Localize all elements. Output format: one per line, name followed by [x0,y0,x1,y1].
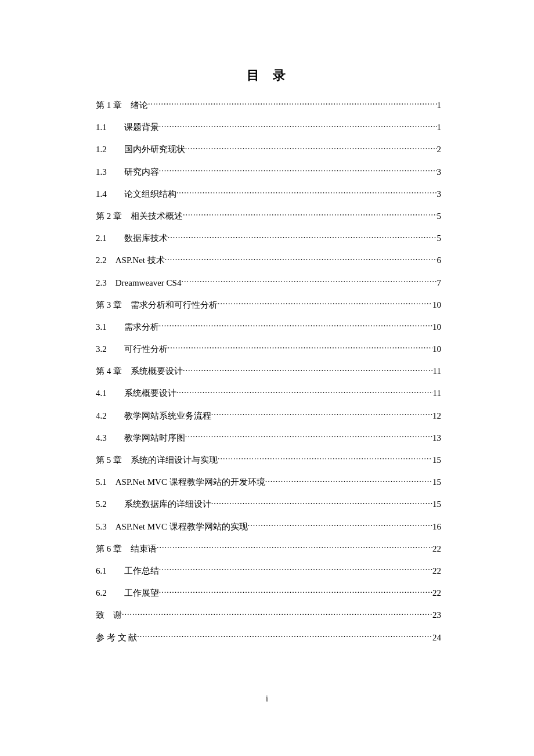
toc-label: 4.3 教学网站时序图 [96,432,185,444]
toc-label: 3.2 可行性分析 [96,343,168,355]
toc-label: 6.2 工作展望 [96,587,159,599]
toc-leader-dots [159,166,437,175]
toc-page-number: 3 [437,188,442,200]
toc-page-number: 3 [437,166,442,178]
toc-entry: 1.4 论文组织结构 3 [96,188,441,200]
toc-entry: 致 谢23 [96,609,441,621]
toc-label: 3.1 需求分析 [96,321,159,333]
toc-leader-dots [211,498,432,507]
toc-label: 1.3 研究内容 [96,166,159,178]
toc-leader-dots [265,476,432,485]
toc-entry: 第 6 章 结束语 22 [96,543,441,555]
toc-label: 6.1 工作总结 [96,565,159,577]
toc-entry: 3.1 需求分析 10 [96,321,441,333]
document-page: 目 录 第 1 章 绪论 11.1 课题背景 11.2 国内外研究现状 21.3… [0,0,534,644]
toc-entry: 第 2 章 相关技术概述 5 [96,210,441,222]
toc-leader-dots [181,277,436,286]
toc-page-number: 7 [437,277,442,289]
toc-label: 参 考 文 献 [96,632,137,644]
toc-page-number: 5 [437,210,442,222]
toc-leader-dots [165,254,437,263]
toc-leader-dots [159,321,432,330]
toc-entry: 5.3 ASP.Net MVC 课程教学网站的实现 16 [96,521,441,533]
toc-label: 致 谢 [96,609,122,621]
toc-leader-dots [159,121,437,130]
toc-label: 第 2 章 相关技术概述 [96,210,183,222]
toc-label: 第 4 章 系统概要设计 [96,365,183,377]
toc-page-number: 10 [432,321,441,333]
toc-page-number: 15 [432,454,441,466]
toc-entry: 2.3 Dreamweaver CS4 7 [96,277,441,289]
toc-entry: 4.1 系统概要设计 11 [96,387,441,399]
toc-entry: 4.2 教学网站系统业务流程 12 [96,410,441,422]
toc-label: 4.2 教学网站系统业务流程 [96,410,211,422]
toc-label: 第 5 章 系统的详细设计与实现 [96,454,218,466]
toc-leader-dots [168,232,437,241]
toc-leader-dots [183,365,433,374]
toc-leader-dots [168,343,432,352]
toc-page-number: 10 [432,299,441,311]
toc-label: 1.2 国内外研究现状 [96,143,185,156]
toc-entry: 第 1 章 绪论 1 [96,99,441,111]
toc-label: 4.1 系统概要设计 [96,387,176,399]
toc-page-number: 11 [433,387,441,399]
toc-label: 2.1 数据库技术 [96,232,168,244]
toc-leader-dots [159,565,432,574]
toc-page-number: 2 [437,143,442,156]
toc-label: 2.2 ASP.Net 技术 [96,254,165,267]
toc-page-number: 1 [437,99,442,111]
page-title: 目 录 [96,67,441,84]
toc-entry: 1.2 国内外研究现状 2 [96,143,441,156]
toc-page-number: 10 [432,343,441,355]
toc-page-number: 13 [432,432,441,444]
toc-page-number: 16 [432,521,441,533]
toc-label: 5.3 ASP.Net MVC 课程教学网站的实现 [96,521,248,533]
toc-leader-dots [248,521,432,530]
toc-page-number: 1 [437,121,442,134]
toc-entry: 1.1 课题背景 1 [96,121,441,134]
toc-entry: 第 4 章 系统概要设计 11 [96,365,441,377]
toc-entry: 参 考 文 献24 [96,632,441,644]
toc-label: 1.1 课题背景 [96,121,159,134]
toc-leader-dots [159,587,432,596]
toc-leader-dots [185,432,432,441]
toc-label: 1.4 论文组织结构 [96,188,176,200]
toc-leader-dots [211,410,432,419]
toc-entry: 3.2 可行性分析 10 [96,343,441,355]
toc-leader-dots [176,188,437,197]
toc-entry: 第 3 章 需求分析和可行性分析 10 [96,299,441,311]
toc-page-number: 22 [432,543,441,555]
toc-leader-dots [137,632,432,640]
toc-page-number: 23 [432,609,441,621]
toc-label: 2.3 Dreamweaver CS4 [96,277,181,289]
toc-page-number: 11 [433,365,441,377]
page-number: i [0,694,534,704]
toc-label: 第 3 章 需求分析和可行性分析 [96,299,218,311]
toc-leader-dots [122,609,432,618]
toc-leader-dots [218,299,432,308]
toc-label: 第 6 章 结束语 [96,543,157,555]
toc-page-number: 15 [432,476,441,488]
toc-page-number: 5 [437,232,442,244]
toc-leader-dots [148,99,437,108]
toc-entry: 6.2 工作展望 22 [96,587,441,599]
toc-leader-dots [183,210,437,219]
toc-page-number: 15 [432,498,441,510]
toc-entry: 4.3 教学网站时序图 13 [96,432,441,444]
table-of-contents: 第 1 章 绪论 11.1 课题背景 11.2 国内外研究现状 21.3 研究内… [96,99,441,644]
toc-entry: 5.1 ASP.Net MVC 课程教学网站的开发环境 15 [96,476,441,488]
toc-entry: 5.2 系统数据库的详细设计 15 [96,498,441,510]
toc-page-number: 6 [437,254,442,267]
toc-leader-dots [218,454,432,463]
toc-label: 第 1 章 绪论 [96,99,148,111]
toc-page-number: 12 [432,410,441,422]
toc-page-number: 22 [432,565,441,577]
toc-entry: 2.2 ASP.Net 技术 6 [96,254,441,267]
toc-entry: 2.1 数据库技术 5 [96,232,441,244]
toc-entry: 第 5 章 系统的详细设计与实现 15 [96,454,441,466]
toc-leader-dots [185,143,437,152]
toc-label: 5.1 ASP.Net MVC 课程教学网站的开发环境 [96,476,265,488]
toc-entry: 1.3 研究内容 3 [96,166,441,178]
toc-leader-dots [157,543,432,552]
toc-page-number: 24 [432,632,441,644]
